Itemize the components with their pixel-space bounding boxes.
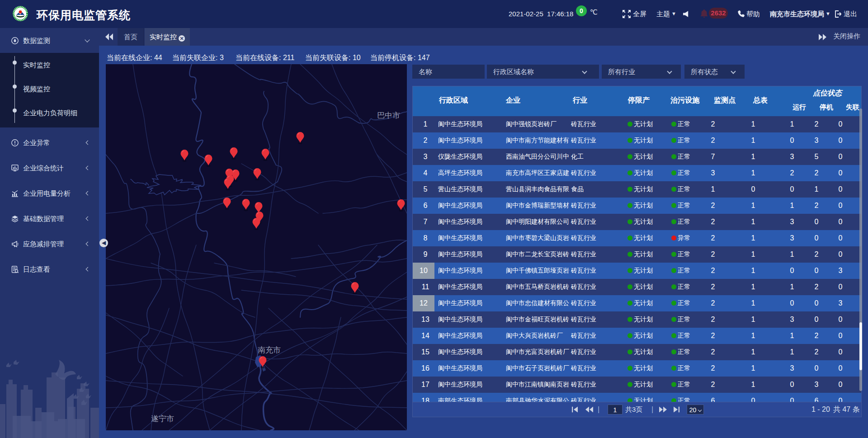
svg-text:遂宁市: 遂宁市: [151, 414, 174, 423]
svg-text:巴中市: 巴中市: [377, 111, 400, 120]
svg-text:南充市: 南充市: [258, 346, 281, 354]
